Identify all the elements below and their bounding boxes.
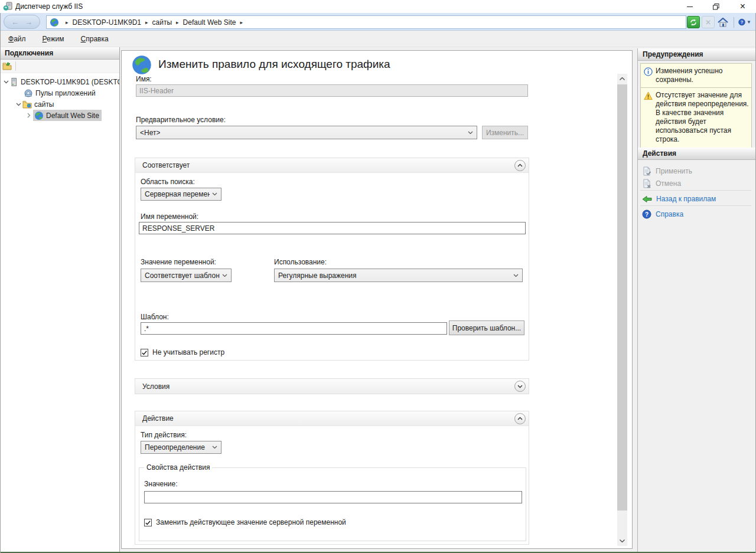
variable-value-select[interactable]: Соответствует шаблону [141,269,232,282]
chevron-up-icon [517,163,523,167]
connections-toolbar [0,60,119,73]
precondition-label: Предварительное условие: [136,116,226,124]
warning-message-text: Отсутствует значение для действия переоп… [656,91,750,144]
back-to-rules-action[interactable]: Назад к правилам [642,193,716,205]
pattern-label: Шаблон: [141,313,169,321]
scroll-up-button[interactable] [617,74,627,84]
forward-icon[interactable]: → [25,18,32,27]
back-to-rules-label: Назад к правилам [656,195,716,203]
tree-item-label: сайты [34,100,54,109]
svg-text:?: ? [741,19,744,25]
variable-name-input[interactable] [139,222,526,234]
help-action[interactable]: ? Справка [642,208,683,220]
connections-pane: Подключения DESKTOP-U1MK9D1 (DESKTOP [0,47,120,552]
expand-section-button[interactable] [514,381,526,392]
save-connection-icon[interactable] [2,61,12,71]
chevron-down-icon [220,274,231,277]
tree-item-label: Default Web Site [46,112,99,120]
vertical-scrollbar[interactable] [617,74,627,546]
action-properties-group: Свойства действия Значение: Заменить дей… [139,467,526,541]
chevron-down-icon: ▼ [747,19,751,25]
chevron-expanded-icon[interactable] [14,103,22,106]
tree-item-label: Пулы приложений [35,89,96,97]
actions-pane: Предупреждения Изменения успешно сохране… [637,48,756,552]
breadcrumb-arrow-icon: ▸ [66,19,69,25]
stop-button: ✕ [702,16,715,28]
svg-text:?: ? [645,211,649,218]
apply-icon [642,166,651,176]
chevron-up-icon [517,417,523,420]
help-label: Справка [656,210,683,218]
breadcrumb-sites[interactable]: сайты [152,18,172,27]
help-icon: ? [642,210,651,219]
chevron-expanded-icon[interactable] [4,80,9,84]
scope-label: Область поиска: [141,178,195,186]
home-icon [718,18,728,27]
collapse-section-button[interactable] [514,160,526,171]
test-pattern-button[interactable]: Проверить шаблон... [449,320,524,335]
match-section-title: Соответствует [142,161,190,169]
page-title: Изменить правило для исходящего трафика [158,58,390,71]
tree-item-server[interactable]: DESKTOP-U1MK9D1 (DESKTOP [0,76,119,87]
application-pools-icon [24,89,33,98]
precondition-select[interactable]: <Нет> [136,126,477,139]
apply-label: Применить [656,167,692,175]
action-section-title: Действие [142,414,174,423]
pattern-input[interactable] [141,322,447,335]
action-type-select[interactable]: Переопределение [141,441,221,454]
chevron-down-icon [620,539,625,542]
connections-tree: DESKTOP-U1MK9D1 (DESKTOP Пулы приложений [0,73,119,121]
conditions-section-title: Условия [142,382,170,391]
info-message: Изменения успешно сохранены. [640,63,752,89]
collapse-section-button[interactable] [514,413,526,424]
warning-icon [644,91,653,100]
cancel-action: Отмена [642,178,681,189]
back-icon[interactable]: ← [11,18,19,27]
cancel-label: Отмена [656,179,681,188]
chevron-down-icon [465,131,477,135]
chevron-down-icon [210,446,221,449]
menu-file[interactable]: Файл [8,35,26,43]
name-input [136,84,528,97]
back-arrow-icon [642,195,652,204]
value-label: Значение: [144,480,178,488]
apply-action: Применить [642,165,692,177]
edit-outbound-rule-page: Изменить правило для исходящего трафика … [121,50,633,549]
home-button[interactable] [716,16,729,28]
minimize-button[interactable] [676,0,703,13]
tree-item-sites[interactable]: сайты [0,99,119,110]
breadcrumb[interactable]: ▸ DESKTOP-U1MK9D1 ▸ сайты ▸ Default Web … [46,15,686,29]
replace-value-label: Заменить действующее значение серверной … [156,518,346,526]
breadcrumb-arrow-icon: ▸ [240,19,243,25]
scroll-down-button[interactable] [617,536,627,546]
restore-button[interactable] [703,0,729,13]
window-left-border [0,13,1,553]
window-title: Диспетчер служб IIS [15,2,83,11]
replace-value-checkbox[interactable] [144,519,152,526]
menu-view[interactable]: Режим [43,35,64,43]
ignore-case-checkbox[interactable] [141,349,148,356]
breadcrumb-default-web-site[interactable]: Default Web Site [183,18,236,27]
close-button[interactable]: × [729,0,756,13]
usage-select[interactable]: Регулярные выражения [274,269,523,282]
action-properties-legend: Свойства действия [144,463,212,472]
toolbar-divider [734,17,734,28]
scrollbar-thumb[interactable] [617,84,627,511]
replace-value-row: Заменить действующее значение серверной … [144,518,346,526]
menu-help[interactable]: Справка [81,35,109,43]
selected-tree-item[interactable]: Default Web Site [33,110,102,121]
usage-label: Использование: [274,258,327,266]
chevron-down-icon [210,192,221,196]
scope-select[interactable]: Серверная переменн [141,188,221,201]
chevron-collapsed-icon[interactable] [25,113,33,118]
help-button[interactable]: ? ▼ [738,16,751,28]
refresh-icon [689,18,698,27]
refresh-button[interactable] [687,16,700,28]
breadcrumb-server[interactable]: DESKTOP-U1MK9D1 [73,18,141,27]
value-input[interactable] [144,491,522,503]
tree-item-app-pools[interactable]: Пулы приложений [0,87,119,99]
stop-x-icon: ✕ [705,18,711,27]
action-type-label: Тип действия: [141,431,187,439]
address-bar: ← → ▸ DESKTOP-U1MK9D1 ▸ сайты ▸ Default … [0,13,756,31]
tree-item-default-web-site[interactable]: Default Web Site [0,110,119,121]
